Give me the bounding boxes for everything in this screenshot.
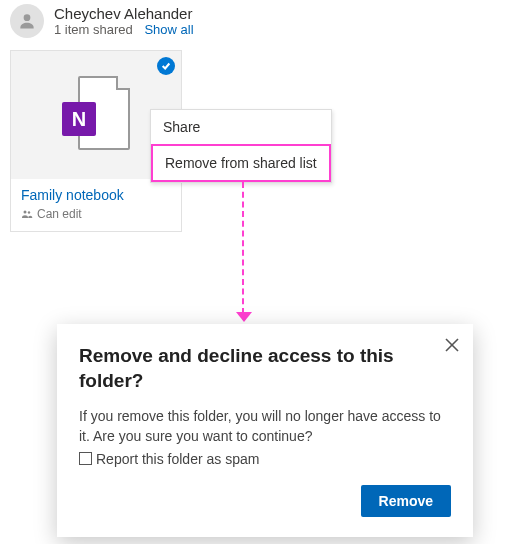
file-title[interactable]: Family notebook	[21, 187, 171, 203]
report-spam-label: Report this folder as spam	[96, 451, 259, 467]
dialog-body: If you remove this folder, you will no l…	[79, 407, 451, 446]
report-spam-checkbox[interactable]: Report this folder as spam	[79, 451, 451, 467]
close-icon	[445, 338, 459, 352]
annotation-arrow-head	[236, 312, 252, 322]
confirm-dialog: Remove and decline access to this folder…	[57, 324, 473, 537]
svg-point-1	[24, 211, 27, 214]
menu-item-remove-from-shared[interactable]: Remove from shared list	[151, 144, 331, 182]
owner-name: Cheychev Alehander	[54, 5, 194, 22]
remove-button[interactable]: Remove	[361, 485, 451, 517]
onenote-badge: N	[62, 102, 96, 136]
file-permission: Can edit	[21, 207, 171, 221]
shared-summary: 1 item shared Show all	[54, 22, 194, 37]
dialog-actions: Remove	[79, 485, 451, 517]
svg-point-2	[28, 211, 30, 213]
dialog-title: Remove and decline access to this folder…	[79, 344, 451, 393]
close-button[interactable]	[445, 338, 459, 355]
header-text: Cheychev Alehander 1 item shared Show al…	[54, 5, 194, 37]
selected-check-icon[interactable]	[157, 57, 175, 75]
annotation-arrow-line	[242, 182, 244, 314]
shared-by-header: Cheychev Alehander 1 item shared Show al…	[0, 0, 524, 46]
person-icon	[17, 11, 37, 31]
avatar	[10, 4, 44, 38]
show-all-link[interactable]: Show all	[144, 22, 193, 37]
menu-item-share[interactable]: Share	[151, 110, 331, 144]
svg-point-0	[24, 14, 31, 21]
onenote-file-icon: N	[62, 72, 130, 158]
people-icon	[21, 208, 33, 220]
checkbox-icon	[79, 452, 92, 465]
file-info: Family notebook Can edit	[11, 179, 181, 231]
context-menu: Share Remove from shared list	[150, 109, 332, 183]
